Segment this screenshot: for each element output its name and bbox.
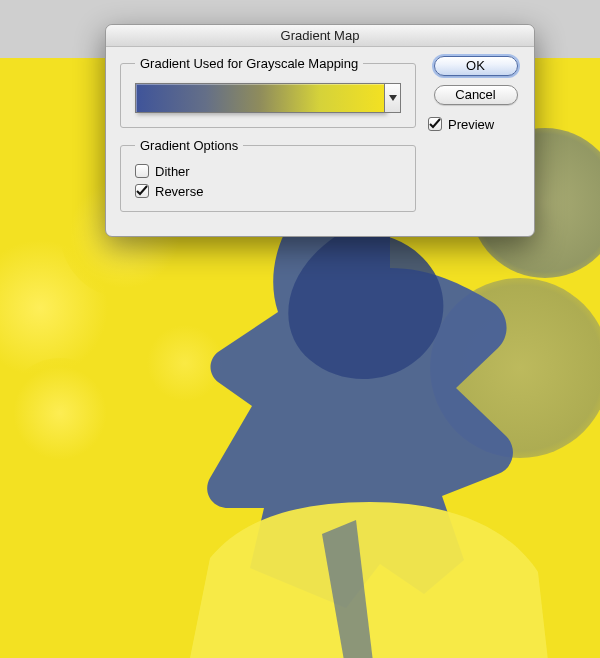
checkbox-label: Dither: [155, 164, 190, 179]
group-label: Gradient Used for Grayscale Mapping: [135, 56, 363, 71]
gradient-mapping-group: Gradient Used for Grayscale Mapping: [120, 56, 416, 128]
checkbox-box: [428, 117, 442, 131]
cancel-button[interactable]: Cancel: [434, 85, 518, 105]
checkbox-label: Preview: [448, 117, 494, 132]
group-label: Gradient Options: [135, 138, 243, 153]
checkbox-box: [135, 184, 149, 198]
gradient-options-group: Gradient Options Dither Reverse: [120, 138, 416, 212]
chevron-down-icon: [389, 95, 397, 101]
gradient-swatch[interactable]: [135, 83, 385, 113]
reverse-checkbox[interactable]: Reverse: [135, 181, 401, 201]
checkbox-label: Reverse: [155, 184, 203, 199]
gradient-picker-dropdown[interactable]: [385, 83, 401, 113]
preview-checkbox[interactable]: Preview: [428, 114, 523, 134]
gradient-map-dialog: Gradient Map Gradient Used for Grayscale…: [105, 24, 535, 237]
checkmark-icon: [429, 118, 441, 130]
dither-checkbox[interactable]: Dither: [135, 161, 401, 181]
ok-button[interactable]: OK: [434, 56, 518, 76]
checkbox-box: [135, 164, 149, 178]
checkmark-icon: [136, 185, 148, 197]
dialog-title: Gradient Map: [106, 25, 534, 47]
